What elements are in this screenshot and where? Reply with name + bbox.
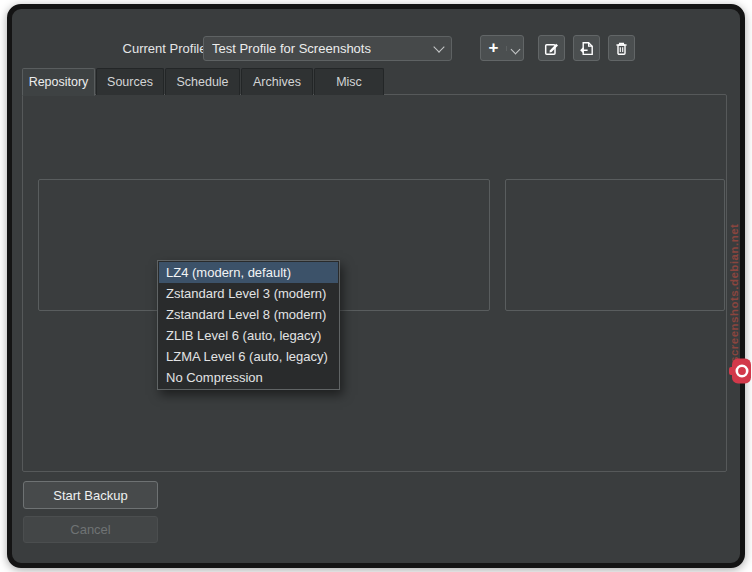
chevron-down-icon xyxy=(433,41,444,52)
compression-option-lz4[interactable]: LZ4 (modern, default) xyxy=(159,262,338,283)
add-profile-button[interactable]: + xyxy=(480,35,524,61)
compression-option-zstd8[interactable]: Zstandard Level 8 (modern) xyxy=(159,304,338,325)
plus-icon: + xyxy=(481,39,506,56)
compression-option-zstd3[interactable]: Zstandard Level 3 (modern) xyxy=(159,283,338,304)
edit-pencil-square-icon xyxy=(544,41,559,56)
camera-icon xyxy=(729,357,752,389)
profile-select-value: Test Profile for Screenshots xyxy=(212,41,371,56)
profile-select[interactable]: Test Profile for Screenshots xyxy=(203,36,452,61)
add-profile-menu-button[interactable] xyxy=(506,46,523,51)
trash-icon xyxy=(614,41,629,56)
tab-bar: Repository Sources Schedule Archives Mis… xyxy=(22,68,385,96)
watermark-text: screenshots.debian.net xyxy=(728,148,740,363)
tab-misc[interactable]: Misc xyxy=(314,68,384,95)
chevron-down-icon xyxy=(510,44,520,54)
compression-option-lzma6[interactable]: LZMA Level 6 (auto, legacy) xyxy=(159,346,338,367)
repo-stats-groupbox xyxy=(505,179,725,311)
compression-dropdown-popup: LZ4 (modern, default) Zstandard Level 3 … xyxy=(157,260,340,390)
compression-option-zlib6[interactable]: ZLIB Level 6 (auto, legacy) xyxy=(159,325,338,346)
export-profile-button[interactable] xyxy=(573,35,600,61)
cancel-button: Cancel xyxy=(23,516,158,543)
tab-archives[interactable]: Archives xyxy=(241,68,313,95)
delete-profile-button[interactable] xyxy=(608,35,635,61)
current-profile-label: Current Profile: xyxy=(120,41,210,56)
tab-repository[interactable]: Repository xyxy=(22,68,95,96)
vorta-main-window: Current Profile: Test Profile for Screen… xyxy=(7,4,745,568)
start-backup-button[interactable]: Start Backup xyxy=(23,481,158,509)
edit-profile-button[interactable] xyxy=(538,35,565,61)
compression-option-none[interactable]: No Compression xyxy=(159,367,338,388)
tab-sources[interactable]: Sources xyxy=(96,68,164,95)
document-export-icon xyxy=(579,41,594,56)
screenshot-canvas: { "profile_bar": { "label": "Current Pro… xyxy=(0,0,752,572)
tab-schedule[interactable]: Schedule xyxy=(165,68,240,95)
